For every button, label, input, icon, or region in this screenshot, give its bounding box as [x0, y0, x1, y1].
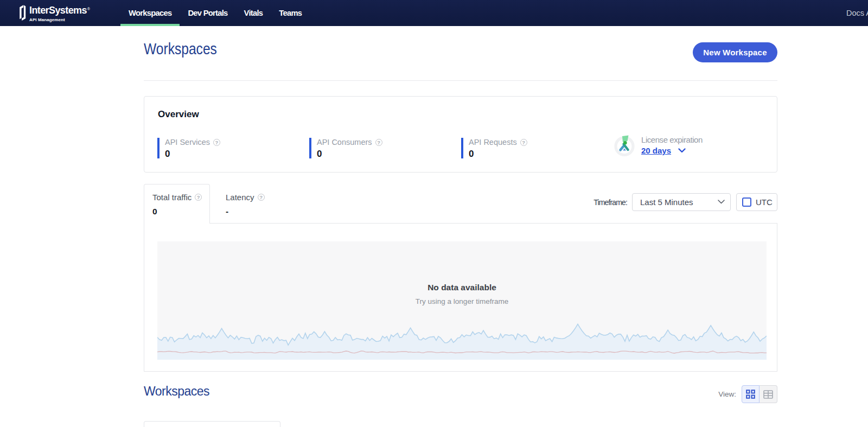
utc-toggle[interactable]: UTC	[736, 193, 777, 211]
intersystems-logo[interactable]: InterSystems® API Management	[19, 3, 90, 22]
help-icon[interactable]: ?	[375, 139, 382, 146]
workspace-card[interactable]	[144, 421, 280, 427]
overview-card: Overview API Services? 0 API Consumers? …	[144, 96, 777, 173]
license-expiration: License expiration 20 days	[613, 135, 703, 158]
brand-subtitle: API Management	[29, 17, 90, 22]
help-icon[interactable]: ?	[213, 139, 220, 146]
brand-name: InterSystems®	[29, 4, 90, 15]
traffic-tabs: Total traffic? 0 Latency? - Timeframe: L…	[144, 184, 777, 223]
help-icon[interactable]: ?	[258, 194, 265, 201]
registered-mark: ®	[87, 7, 90, 11]
utc-label: UTC	[756, 197, 773, 207]
stat-api-requests: API Requests? 0	[461, 138, 613, 158]
page-header: Workspaces New Workspace	[144, 26, 777, 80]
brand-text: InterSystems	[29, 5, 87, 16]
chart-controls: Timeframe: Last 5 Minutes UTC	[593, 193, 777, 211]
stat-api-services: API Services? 0	[157, 138, 309, 158]
tab-value: 0	[152, 207, 209, 216]
tab-label: Latency	[226, 193, 254, 202]
page-content: Workspaces New Workspace Overview API Se…	[144, 26, 777, 427]
traffic-chart: No data available Try using a longer tim…	[157, 241, 767, 360]
workspaces-section-title: Workspaces	[144, 384, 209, 399]
nav-item-dev-portals[interactable]: Dev Portals	[180, 0, 235, 26]
stat-label: API Consumers	[317, 138, 372, 146]
stat-value: 0	[165, 149, 309, 158]
timeframe-select-wrap: Last 5 Minutes	[632, 193, 731, 211]
intersystems-logo-icon	[19, 4, 26, 21]
nav-item-workspaces[interactable]: Workspaces	[120, 0, 180, 26]
placeholder-sparkline	[157, 241, 767, 360]
timeframe-select[interactable]: Last 5 Minutes	[632, 193, 731, 211]
vitals-section: Total traffic? 0 Latency? - Timeframe: L…	[144, 184, 777, 372]
stat-value: 0	[469, 149, 613, 158]
overview-stats: API Services? 0 API Consumers? 0 API Req…	[157, 138, 777, 158]
nav-item-vitals[interactable]: Vitals	[236, 0, 271, 26]
docs-link[interactable]: Docs A	[846, 0, 868, 26]
new-workspace-button[interactable]: New Workspace	[693, 42, 777, 62]
traffic-panel: No data available Try using a longer tim…	[144, 223, 777, 372]
tab-label: Total traffic	[152, 193, 192, 202]
grid-view-button[interactable]	[742, 385, 760, 403]
stat-label: API Services	[165, 138, 210, 146]
view-label: View:	[718, 390, 736, 398]
stat-label: API Requests	[469, 138, 517, 146]
workspaces-section-header: Workspaces View:	[144, 387, 777, 421]
license-label: License expiration	[641, 135, 703, 144]
help-icon[interactable]: ?	[520, 139, 527, 146]
license-days-link[interactable]: 20 days	[641, 146, 671, 155]
grid-view-icon	[746, 390, 755, 399]
tab-value: -	[226, 207, 265, 216]
tab-total-traffic[interactable]: Total traffic? 0	[144, 184, 210, 224]
page-title: Workspaces	[144, 40, 217, 58]
timeframe-label: Timeframe:	[593, 198, 627, 207]
table-view-icon	[763, 390, 773, 399]
utc-checkbox[interactable]	[742, 197, 751, 207]
header-divider	[144, 80, 777, 81]
top-navbar: InterSystems® API Management Workspaces …	[0, 0, 868, 26]
main-nav: Workspaces Dev Portals Vitals Teams	[120, 0, 310, 26]
chevron-down-icon[interactable]	[678, 148, 686, 153]
license-ring-icon	[613, 135, 636, 157]
stat-api-consumers: API Consumers? 0	[309, 138, 461, 158]
stat-value: 0	[317, 149, 461, 158]
overview-title: Overview	[158, 109, 199, 120]
nav-item-teams[interactable]: Teams	[271, 0, 310, 26]
table-view-button[interactable]	[760, 385, 777, 403]
tab-latency[interactable]: Latency? -	[226, 193, 265, 223]
view-controls: View:	[718, 385, 777, 403]
help-icon[interactable]: ?	[195, 194, 202, 201]
